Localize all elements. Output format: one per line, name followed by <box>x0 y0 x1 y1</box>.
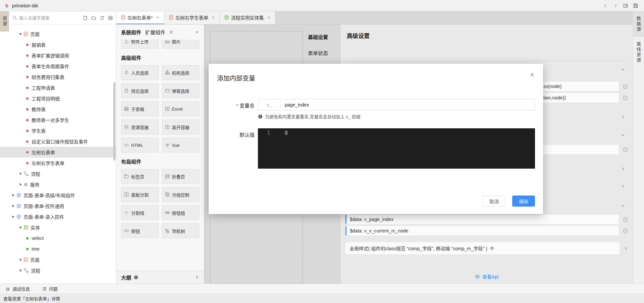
chevron-right-icon[interactable] <box>195 275 199 279</box>
tree-item[interactable]: ⚙服务 <box>0 179 116 190</box>
tree-item[interactable]: tree <box>0 244 116 254</box>
new-folder-icon[interactable] <box>92 16 96 20</box>
tree-item[interactable]: 教师表一对多学生 <box>0 115 116 125</box>
menu-icon[interactable] <box>169 30 173 34</box>
default-value-editor[interactable]: 1 0 <box>258 128 535 169</box>
close-icon[interactable]: × <box>156 15 159 20</box>
editor-tab[interactable]: 左树右表单*× <box>116 11 164 24</box>
component-tile[interactable]: 分割线 <box>121 205 159 220</box>
minus-circle-icon[interactable] <box>623 228 628 233</box>
tab-extended-components[interactable]: 扩展组件 <box>145 29 165 36</box>
tree-item[interactable]: 左树右学生表单 <box>0 158 116 168</box>
caret-right-icon[interactable] <box>19 183 24 186</box>
caret-right-icon[interactable] <box>11 193 16 197</box>
component-tile[interactable]: 图片 <box>162 40 200 49</box>
layout-toggle-icon[interactable] <box>623 3 628 8</box>
component-tile[interactable]: 人员选择 <box>121 65 159 80</box>
caret-right-icon[interactable] <box>11 204 16 208</box>
close-icon[interactable]: × <box>530 71 534 79</box>
tree-item[interactable]: 工程申请表 <box>0 82 116 93</box>
editor-tab[interactable]: 流程实例实体集× <box>220 11 275 24</box>
tree-item[interactable]: 学生表 <box>0 125 116 136</box>
component-tile[interactable]: 按钮 <box>121 223 159 238</box>
component-tile[interactable]: 弹窗选择 <box>162 83 200 98</box>
component-tile[interactable]: 面板分割 <box>121 187 159 202</box>
caret-down-icon[interactable] <box>11 215 16 218</box>
component-tile[interactable]: 导航树 <box>162 223 200 238</box>
component-tile[interactable]: Excel <box>162 101 200 116</box>
component-tile[interactable]: 子表格 <box>121 101 159 116</box>
component-tile[interactable]: 附件上传 <box>121 40 159 49</box>
component-tile[interactable]: 折叠页 <box>162 169 200 184</box>
close-icon[interactable]: × <box>212 15 215 20</box>
settings-nav-item[interactable]: 基础设置 <box>304 33 341 49</box>
left-rail-tab-resources[interactable]: 资源 <box>0 11 9 32</box>
settings-nav-item[interactable]: 表单状态 <box>304 49 341 66</box>
debug-bar-tab[interactable]: 调试信息 <box>5 286 30 292</box>
tree-item[interactable]: 财务费用归集表 <box>0 72 116 82</box>
tree-item[interactable]: select <box>0 233 116 244</box>
tree-item[interactable]: 页面 <box>0 254 116 265</box>
editor-content[interactable]: 0 <box>275 128 288 169</box>
component-tile[interactable]: 分组控制 <box>162 187 200 202</box>
save-layout-icon[interactable] <box>633 3 638 8</box>
component-tile[interactable]: HTML <box>121 138 159 153</box>
caret-down-icon[interactable] <box>19 32 24 36</box>
tree-item[interactable]: 流程 <box>0 265 116 276</box>
collapse-all-icon[interactable] <box>108 16 113 20</box>
caret-right-icon[interactable] <box>19 269 24 272</box>
advanced-row[interactable]: $data. v_v_current_rc_node <box>345 226 628 235</box>
minus-circle-icon[interactable] <box>623 84 628 89</box>
caret-down-icon[interactable] <box>19 226 24 229</box>
search-input[interactable] <box>19 15 59 20</box>
tree-item[interactable]: 自定义窗口操作按钮及事件 <box>0 136 116 147</box>
minus-circle-icon[interactable] <box>623 217 628 222</box>
advanced-row[interactable]: $data. v_page_index <box>345 215 628 224</box>
component-tile[interactable]: 高开容器 <box>162 120 200 134</box>
component-tile[interactable]: 标签页 <box>121 169 159 184</box>
tree-item[interactable]: 实体 <box>0 222 116 233</box>
refresh-icon[interactable] <box>100 16 104 20</box>
tree-item[interactable]: 表单生命周期事件 <box>0 61 116 72</box>
chevron-right-icon[interactable] <box>624 246 628 251</box>
close-icon[interactable]: × <box>268 15 270 20</box>
cancel-button[interactable]: 取消 <box>483 196 505 207</box>
component-tile[interactable]: 机构选择 <box>162 65 200 80</box>
right-rail-tab[interactable]: 离线资源 <box>633 37 644 68</box>
advanced-row[interactable]: 全局样式( 组件的class规范 “comp_字段”, 移动端 “comp_m_… <box>345 242 628 254</box>
caret-right-icon[interactable] <box>19 258 24 261</box>
caret-right-icon[interactable] <box>19 172 24 175</box>
component-tile[interactable]: 岗位选择 <box>121 83 159 98</box>
tree-item[interactable]: 页面-表单-高级/布局组件 <box>0 190 116 201</box>
outline-bar[interactable]: 大纲 <box>116 271 204 284</box>
var-name-input[interactable] <box>281 99 535 110</box>
tree-item[interactable]: 页面 <box>0 29 116 39</box>
new-file-icon[interactable] <box>83 16 88 20</box>
tree-item[interactable]: 表单扩展逻辑调用 <box>0 50 116 61</box>
tab-system-components[interactable]: 系统组件 <box>121 29 141 36</box>
debug-bar-tab[interactable]: 问题 <box>42 286 58 292</box>
tree-item[interactable]: 工程项目明细 <box>0 93 116 104</box>
tree-item[interactable]: 左树右表单 <box>0 147 116 158</box>
component-tile[interactable]: 资源容器 <box>121 120 159 134</box>
save-button[interactable]: 保存 <box>512 196 535 207</box>
right-rail-tab[interactable]: 数据源 <box>633 11 644 37</box>
tree-item[interactable]: 教师表 <box>0 104 116 115</box>
tree-item[interactable]: 报销表 <box>0 39 116 50</box>
tree-item[interactable]: 页面-表单-控件通用 <box>0 201 116 211</box>
app-title: primeton-ide <box>12 3 38 8</box>
tree-item[interactable]: 页面-表单-录入控件 <box>0 211 116 222</box>
editor-tab[interactable]: 左树右学生表单× <box>164 11 220 24</box>
minus-circle-icon[interactable] <box>623 147 628 152</box>
component-tile[interactable]: Vue <box>162 138 200 153</box>
chevron-down-icon[interactable] <box>195 30 199 34</box>
nav-forward-icon[interactable] <box>613 3 618 8</box>
scrollbar-thumb[interactable] <box>113 82 115 161</box>
component-tile[interactable]: 按钮组 <box>162 205 200 220</box>
tree-item[interactable]: 流程 <box>0 168 116 179</box>
minus-circle-icon[interactable] <box>623 95 628 100</box>
search-box[interactable] <box>12 15 83 20</box>
view-api-link[interactable]: 查看Api <box>341 273 633 280</box>
nav-back-icon[interactable] <box>603 3 608 8</box>
tab-label: 左树右学生表单 <box>175 14 208 21</box>
